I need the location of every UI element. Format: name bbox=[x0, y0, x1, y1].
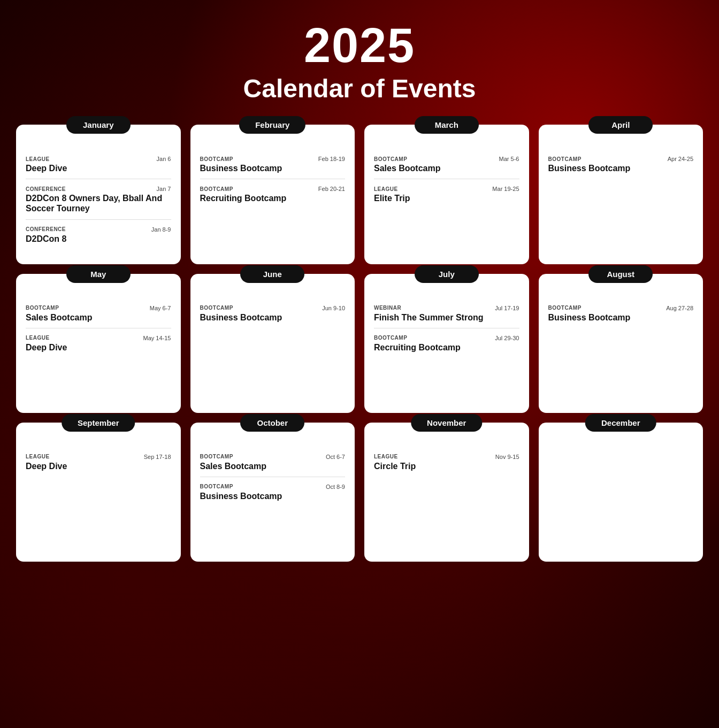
event-type-label: BOOTCAMP bbox=[548, 305, 582, 311]
event-type-label: BOOTCAMP bbox=[200, 305, 233, 311]
month-events-august: BOOTCAMPAug 27-28Business Bootcamp bbox=[539, 289, 703, 332]
event-item: LEAGUESep 17-18Deep Dive bbox=[26, 447, 171, 477]
month-events-december bbox=[539, 438, 703, 451]
event-date-label: Jun 9-10 bbox=[322, 305, 345, 311]
month-card-february: FebruaryBOOTCAMPFeb 18-19Business Bootca… bbox=[190, 125, 355, 264]
month-card-august: AugustBOOTCAMPAug 27-28Business Bootcamp bbox=[539, 274, 703, 413]
month-card-december: December bbox=[539, 423, 703, 562]
month-card-july: JulyWEBINARJul 17-19Finish The Summer St… bbox=[364, 274, 529, 413]
event-type-label: LEAGUE bbox=[26, 335, 50, 341]
month-events-july: WEBINARJul 17-19Finish The Summer Strong… bbox=[364, 289, 529, 362]
month-header-october: October bbox=[240, 414, 304, 432]
month-events-october: BOOTCAMPOct 6-7Sales BootcampBOOTCAMPOct… bbox=[190, 438, 355, 511]
event-name-label: Sales Bootcamp bbox=[374, 163, 519, 173]
month-events-may: BOOTCAMPMay 6-7Sales BootcampLEAGUEMay 1… bbox=[16, 289, 181, 362]
event-item: LEAGUENov 9-15Circle Trip bbox=[374, 447, 519, 477]
event-type-label: BOOTCAMP bbox=[200, 156, 233, 162]
event-date-label: Nov 9-15 bbox=[495, 454, 519, 460]
event-item: BOOTCAMPJun 9-10Business Bootcamp bbox=[200, 298, 346, 328]
month-events-february: BOOTCAMPFeb 18-19Business BootcampBOOTCA… bbox=[190, 140, 355, 213]
month-events-april: BOOTCAMPApr 24-25Business Bootcamp bbox=[539, 140, 703, 183]
event-name-label: Deep Dive bbox=[26, 163, 171, 173]
event-date-label: Oct 6-7 bbox=[326, 454, 345, 460]
month-card-march: MarchBOOTCAMPMar 5-6Sales BootcampLEAGUE… bbox=[364, 125, 529, 264]
event-date-label: Jul 17-19 bbox=[495, 305, 519, 311]
event-date-label: Jan 8-9 bbox=[151, 226, 171, 233]
event-date-label: May 14-15 bbox=[143, 335, 171, 341]
event-date-label: Apr 24-25 bbox=[668, 156, 693, 162]
event-type-label: BOOTCAMP bbox=[200, 186, 233, 192]
event-type-label: BOOTCAMP bbox=[374, 156, 407, 162]
event-type-label: LEAGUE bbox=[26, 454, 50, 459]
event-date-label: May 6-7 bbox=[150, 305, 171, 311]
event-type-label: LEAGUE bbox=[374, 186, 398, 192]
month-header-may: May bbox=[66, 265, 131, 283]
month-header-september: September bbox=[62, 414, 135, 432]
event-type-label: CONFERENCE bbox=[26, 226, 66, 232]
event-name-label: Deep Dive bbox=[26, 342, 171, 352]
month-header-july: July bbox=[415, 265, 479, 283]
event-type-label: BOOTCAMP bbox=[200, 484, 233, 489]
event-item: BOOTCAMPFeb 20-21Recruiting Bootcamp bbox=[200, 179, 346, 209]
month-header-december: December bbox=[585, 414, 656, 432]
month-card-june: JuneBOOTCAMPJun 9-10Business Bootcamp bbox=[190, 274, 355, 413]
event-date-label: Oct 8-9 bbox=[326, 484, 345, 490]
event-item: BOOTCAMPOct 8-9Business Bootcamp bbox=[200, 477, 346, 507]
event-item: BOOTCAMPMar 5-6Sales Bootcamp bbox=[374, 149, 519, 179]
event-item: BOOTCAMPJul 29-30Recruiting Bootcamp bbox=[374, 328, 519, 358]
event-item: BOOTCAMPMay 6-7Sales Bootcamp bbox=[26, 298, 171, 328]
event-type-label: CONFERENCE bbox=[26, 186, 66, 192]
month-events-march: BOOTCAMPMar 5-6Sales BootcampLEAGUEMar 1… bbox=[364, 140, 529, 213]
event-name-label: Deep Dive bbox=[26, 461, 171, 471]
event-date-label: Sep 17-18 bbox=[144, 454, 171, 460]
event-item: BOOTCAMPFeb 18-19Business Bootcamp bbox=[200, 149, 346, 179]
event-name-label: Recruiting Bootcamp bbox=[374, 342, 519, 352]
event-type-label: BOOTCAMP bbox=[200, 454, 233, 459]
page-header: 2025 Calendar of Events bbox=[16, 21, 703, 103]
month-events-june: BOOTCAMPJun 9-10Business Bootcamp bbox=[190, 289, 355, 332]
event-name-label: D2DCon 8 bbox=[26, 234, 171, 244]
event-name-label: Finish The Summer Strong bbox=[374, 312, 519, 323]
event-date-label: Jul 29-30 bbox=[495, 335, 519, 341]
month-card-october: OctoberBOOTCAMPOct 6-7Sales BootcampBOOT… bbox=[190, 423, 355, 562]
event-item: BOOTCAMPApr 24-25Business Bootcamp bbox=[548, 149, 694, 179]
event-name-label: Sales Bootcamp bbox=[26, 312, 171, 323]
page-subtitle: Calendar of Events bbox=[16, 74, 703, 103]
calendar-grid: JanuaryLEAGUEJan 6Deep DiveCONFERENCEJan… bbox=[16, 125, 703, 562]
event-item: CONFERENCEJan 7D2DCon 8 Owners Day, Bbal… bbox=[26, 179, 171, 219]
year-title: 2025 bbox=[16, 21, 703, 70]
event-type-label: BOOTCAMP bbox=[374, 335, 407, 341]
event-name-label: Business Bootcamp bbox=[200, 163, 346, 173]
event-date-label: Jan 6 bbox=[157, 156, 171, 162]
event-name-label: Recruiting Bootcamp bbox=[200, 193, 346, 203]
month-card-september: SeptemberLEAGUESep 17-18Deep Dive bbox=[16, 423, 181, 562]
event-name-label: Business Bootcamp bbox=[548, 312, 694, 323]
event-name-label: Sales Bootcamp bbox=[200, 461, 346, 471]
month-header-february: February bbox=[239, 116, 305, 134]
month-header-june: June bbox=[240, 265, 304, 283]
event-item: WEBINARJul 17-19Finish The Summer Strong bbox=[374, 298, 519, 328]
month-events-november: LEAGUENov 9-15Circle Trip bbox=[364, 438, 529, 481]
event-type-label: LEAGUE bbox=[26, 156, 50, 162]
event-item: BOOTCAMPAug 27-28Business Bootcamp bbox=[548, 298, 694, 328]
event-item: BOOTCAMPOct 6-7Sales Bootcamp bbox=[200, 447, 346, 477]
event-item: LEAGUEJan 6Deep Dive bbox=[26, 149, 171, 179]
month-events-january: LEAGUEJan 6Deep DiveCONFERENCEJan 7D2DCo… bbox=[16, 140, 181, 254]
event-date-label: Mar 5-6 bbox=[499, 156, 519, 162]
month-header-january: January bbox=[66, 116, 131, 134]
month-header-november: November bbox=[411, 414, 482, 432]
event-name-label: Business Bootcamp bbox=[200, 491, 346, 501]
month-card-april: AprilBOOTCAMPApr 24-25Business Bootcamp bbox=[539, 125, 703, 264]
event-type-label: WEBINAR bbox=[374, 305, 401, 311]
event-date-label: Aug 27-28 bbox=[666, 305, 693, 311]
event-date-label: Feb 18-19 bbox=[318, 156, 345, 162]
month-events-september: LEAGUESep 17-18Deep Dive bbox=[16, 438, 181, 481]
event-type-label: LEAGUE bbox=[374, 454, 398, 459]
month-card-may: MayBOOTCAMPMay 6-7Sales BootcampLEAGUEMa… bbox=[16, 274, 181, 413]
event-type-label: BOOTCAMP bbox=[26, 305, 59, 311]
event-type-label: BOOTCAMP bbox=[548, 156, 582, 162]
month-card-november: NovemberLEAGUENov 9-15Circle Trip bbox=[364, 423, 529, 562]
event-date-label: Mar 19-25 bbox=[492, 186, 519, 192]
event-date-label: Jan 7 bbox=[157, 186, 171, 192]
month-card-january: JanuaryLEAGUEJan 6Deep DiveCONFERENCEJan… bbox=[16, 125, 181, 264]
